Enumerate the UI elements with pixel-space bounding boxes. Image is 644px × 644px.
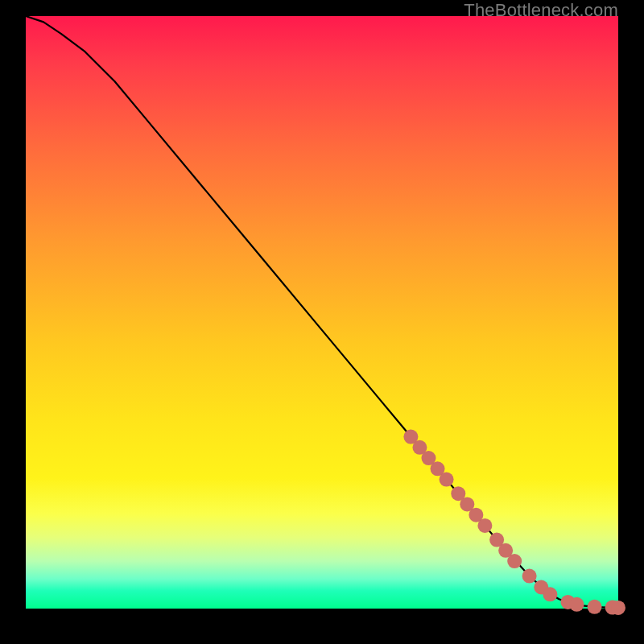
data-marker	[588, 600, 602, 614]
data-marker	[569, 597, 584, 612]
data-marker	[522, 569, 537, 584]
bottleneck-curve	[26, 16, 618, 608]
chart-gradient-area	[26, 16, 618, 609]
chart-svg	[26, 16, 618, 609]
data-marker	[477, 518, 492, 533]
data-marker	[543, 587, 557, 601]
marker-group	[403, 430, 625, 615]
data-marker	[507, 554, 522, 568]
data-marker	[440, 473, 454, 487]
data-marker	[611, 601, 625, 615]
